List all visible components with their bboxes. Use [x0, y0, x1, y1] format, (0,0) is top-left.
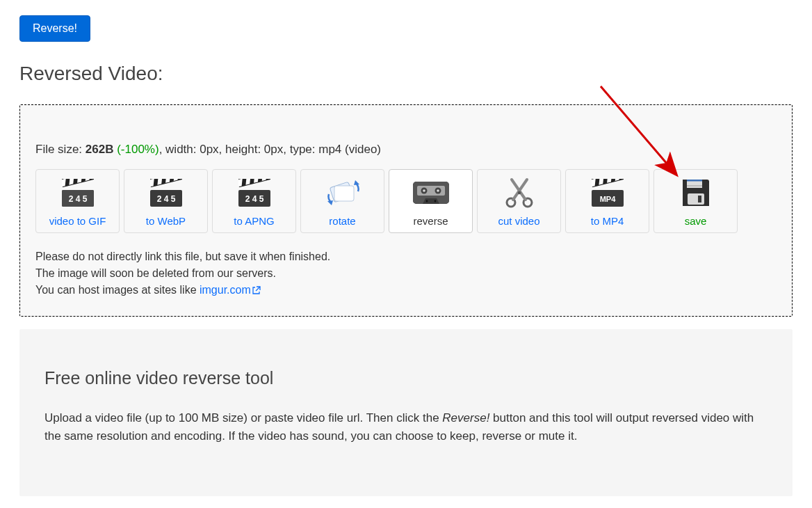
tile-label: to MP4 [591, 215, 624, 227]
svg-point-33 [425, 200, 428, 202]
svg-point-37 [517, 191, 520, 193]
tile-cut-video[interactable]: cut video [477, 169, 561, 233]
tile-video-to-gif[interactable]: 2 4 5 [35, 169, 120, 233]
tile-to-mp4[interactable]: MP4 to MP4 [565, 169, 649, 233]
section-title: Reversed Video: [19, 63, 793, 85]
svg-text:2 4 5: 2 4 5 [68, 194, 87, 204]
tile-label: rotate [329, 215, 355, 227]
file-size-pct: (-100%) [113, 143, 159, 156]
rotate-icon [325, 170, 361, 215]
svg-marker-25 [327, 200, 333, 205]
reverse-button[interactable]: Reverse! [19, 15, 90, 42]
svg-text:MP4: MP4 [599, 195, 616, 203]
clapperboard-mp4-icon: MP4 [592, 170, 624, 215]
action-tiles: 2 4 5 [35, 169, 777, 233]
tile-to-webp[interactable]: 2 4 5 to WebP [124, 169, 208, 233]
scissors-icon [503, 170, 535, 215]
info-heading: Free online video reverse tool [44, 368, 768, 388]
external-link-icon [252, 283, 261, 299]
tile-save[interactable]: save [653, 169, 738, 233]
info-paragraph: Upload a video file (up to 100 MB size) … [44, 409, 768, 446]
svg-rect-48 [687, 180, 702, 182]
floppy-disk-icon [680, 170, 712, 215]
note-line-1: Please do not directly link this file, b… [35, 248, 777, 265]
note-line-3a: You can host images at sites like [35, 284, 200, 296]
file-info: File size: 262B (-100%), width: 0px, hei… [35, 143, 777, 157]
clapperboard-icon: 2 4 5 [150, 170, 182, 215]
note-line-2: The image will soon be deleted from our … [35, 265, 777, 282]
tile-to-apng[interactable]: 2 4 5 to APNG [212, 169, 296, 233]
file-size: 262B [86, 143, 114, 156]
imgur-link[interactable]: imgur.com [200, 284, 261, 296]
svg-text:2 4 5: 2 4 5 [245, 194, 263, 204]
svg-text:2 4 5: 2 4 5 [156, 194, 175, 204]
svg-rect-49 [687, 185, 702, 186]
svg-rect-51 [698, 196, 701, 203]
svg-rect-23 [334, 186, 354, 201]
tile-rotate[interactable]: rotate [300, 169, 384, 233]
svg-point-31 [423, 189, 425, 192]
tile-label: cut video [498, 215, 539, 227]
file-info-rest: , width: 0px, height: 0px, type: mp4 (vi… [159, 143, 381, 156]
cassette-icon [412, 170, 450, 215]
tile-label: video to GIF [49, 215, 106, 227]
clapperboard-icon: 2 4 5 [238, 170, 270, 215]
tile-reverse[interactable]: reverse [389, 169, 473, 233]
tile-label: to WebP [146, 215, 186, 227]
tile-label: to APNG [234, 215, 274, 227]
svg-point-32 [437, 189, 439, 192]
svg-point-34 [434, 200, 436, 202]
tile-label: save [685, 215, 707, 227]
tile-label: reverse [413, 215, 448, 227]
notes: Please do not directly link this file, b… [35, 248, 777, 299]
svg-rect-50 [688, 193, 704, 205]
result-panel: File size: 262B (-100%), width: 0px, hei… [19, 104, 793, 317]
svg-marker-24 [354, 180, 359, 185]
info-panel: Free online video reverse tool Upload a … [19, 329, 793, 496]
clapperboard-icon: 2 4 5 [62, 170, 94, 215]
file-info-prefix: File size: [35, 143, 86, 156]
